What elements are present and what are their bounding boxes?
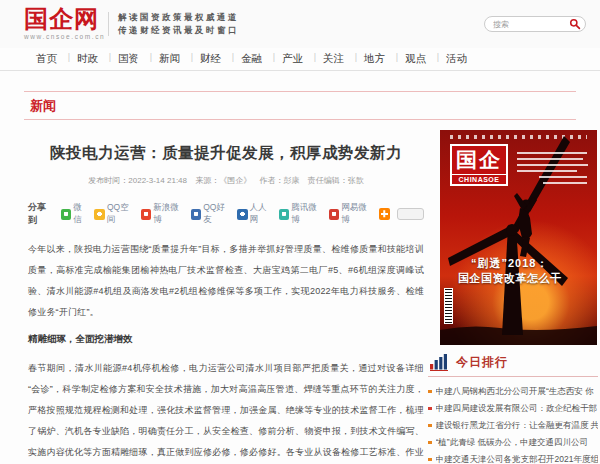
bullet-icon [428,441,432,445]
article-title: 陕投电力运营：质量提升促发展，积厚成势发新力 [28,143,424,164]
site-header: 国企网 www.cnsoe.com.cn 解读国资政策最权威通道 传递财经资讯最… [0,0,600,48]
ranking-item[interactable]: 中建四局建设发展有限公司：政企纪检干部 “ [428,400,598,417]
ranking-item[interactable]: 中建交通天津公司各党支部召开2021年度组织 [428,451,598,464]
ranking-item-text: 建设银行黑龙江省分行：让金融更有温度 共 [436,420,598,432]
header-divider [108,12,109,36]
share-label: 分享到 [28,201,54,227]
meta-source: 来源：《国企》 [195,176,251,185]
meta-author: 作者：彭康 [259,176,299,185]
nav-item-focus[interactable]: 关注 [313,52,354,66]
bar-chart-icon [430,354,450,371]
ranking-item-text: 中建四局建设发展有限公司：政企纪检干部 “ [436,403,598,415]
cover-headline-line1: “剧透”2018： [458,256,562,271]
share-renren-label: 人人网 [250,202,274,226]
cover-headline-list [517,152,589,188]
article-paragraph: 今年以来，陕投电力运营围绕“质量提升年”目标，多措并举抓好管理质量、检维修质量和… [28,239,424,323]
article-paragraph: 春节期间，清水川能源#4机停机检修，电力运营公司清水川项目部严把质量关，通过对设… [28,358,424,464]
article-subheading: 精雕细琢，全面挖潜增效 [28,333,424,346]
share-count-box[interactable] [397,208,424,220]
bullet-icon [428,458,432,462]
nav-item-local[interactable]: 地方 [354,52,395,66]
nav-item-industry[interactable]: 产业 [272,52,313,66]
site-logo-url: www.cnsoe.com.cn [24,33,105,40]
renren-icon [237,209,247,220]
cover-headline-line2: 国企国资改革怎么干 [458,271,562,286]
ranking-list: 中建八局钢构西北分公司开展“生态西安 你 中建四局建设发展有限公司：政企纪检干部… [428,383,598,464]
share-row: 分享到 微信 QQ空间 新浪微博 QQ好友 人人网 [28,201,424,227]
section-bar: 新闻 [24,91,576,120]
share-qzone-button[interactable]: QQ空间 [94,202,135,226]
share-wechat-label: 微信 [73,202,89,226]
nav-item-banking[interactable]: 金融 [231,52,272,66]
ranking-section: 今日排行 中建八局钢构西北分公司开展“生态西安 你 中建四局建设发展有限公司：政… [428,354,598,464]
magazine-logo-text: 国企 [452,148,506,172]
nav-item-news[interactable]: 新闻 [149,52,190,66]
ranking-header: 今日排行 [428,354,598,371]
share-tencent-weibo-label: 腾讯微博 [291,202,323,226]
search-box[interactable] [484,16,586,32]
netease-weibo-icon [329,209,339,220]
site-logo[interactable]: 国企网 www.cnsoe.com.cn [24,6,105,40]
ranking-title: 今日排行 [456,354,508,371]
bullet-icon [428,390,432,394]
search-button[interactable] [569,18,581,30]
main-nav: 首页 时政 国资 新闻 财经 金融 产业 关注 地方 观点 活动 [0,48,600,71]
nav-item-opinion[interactable]: 观点 [395,52,436,66]
meta-editor: 责任编辑：张歆 [308,176,364,185]
plus-icon [384,211,386,218]
nav-item-activity[interactable]: 活动 [436,52,477,66]
tagline-line1: 解读国资政策最权威通道 [118,11,239,24]
ranking-item[interactable]: 建设银行黑龙江省分行：让金融更有温度 共 [428,417,598,434]
ranking-item-text: “植”此青绿 低碳办公，中建交通四川公司 [436,437,598,449]
share-sina-weibo-label: 新浪微博 [153,202,185,226]
article: 陕投电力运营：质量提升促发展，积厚成势发新力 发布时间：2022-3-14 21… [28,128,424,464]
bullet-icon [428,407,432,411]
cover-main-headline: “剧透”2018： 国企国资改革怎么干 [458,256,562,286]
share-sina-weibo-button[interactable]: 新浪微博 [141,202,186,226]
nav-item-politics[interactable]: 时政 [67,52,108,66]
share-qq-label: QQ好友 [203,202,232,226]
tagline-line2: 传递财经资讯最及时窗口 [118,24,239,37]
nav-item-stateassets[interactable]: 国资 [108,52,149,66]
ranking-item-text: 中建八局钢构西北分公司开展“生态西安 你 [436,386,598,398]
nav-item-home[interactable]: 首页 [26,52,67,66]
magazine-logo: 国企 CHINASOE [450,144,508,186]
search-input[interactable] [493,20,569,29]
article-meta: 发布时间：2022-3-14 21:48 来源：《国企》 作者：彭康 责任编辑：… [28,175,424,186]
site-logo-text: 国企网 [24,6,105,32]
share-netease-weibo-button[interactable]: 网易微博 [329,202,374,226]
qzone-icon [94,209,104,220]
magazine-logo-subtitle: CHINASOE [452,174,506,183]
site-tagline: 解读国资政策最权威通道 传递财经资讯最及时窗口 [118,11,239,37]
meta-publish-time: 发布时间：2022-3-14 21:48 [88,176,187,185]
ranking-item-text: 中建交通天津公司各党支部召开2021年度组织 [436,454,598,464]
barcode [444,288,453,324]
share-more-button[interactable] [379,208,390,220]
ranking-divider [428,376,598,377]
share-netease-weibo-label: 网易微博 [341,202,373,226]
share-qzone-label: QQ空间 [107,202,136,226]
sidebar: 国企 CHINASOE “剧透”2018： 国企国资改革怎么干 [428,130,598,464]
bullet-icon [428,424,432,428]
section-label[interactable]: 新闻 [24,97,56,115]
nav-item-finance[interactable]: 财经 [190,52,231,66]
ranking-item[interactable]: “植”此青绿 低碳办公，中建交通四川公司 [428,434,598,451]
magazine-cover[interactable]: 国企 CHINASOE “剧透”2018： 国企国资改革怎么干 [440,130,597,345]
share-tencent-weibo-button[interactable]: 腾讯微博 [279,202,324,226]
wechat-icon [61,209,71,220]
ranking-item[interactable]: 中建八局钢构西北分公司开展“生态西安 你 [428,383,598,400]
page: 国企网 www.cnsoe.com.cn 解读国资政策最权威通道 传递财经资讯最… [0,0,600,464]
tencent-weibo-icon [279,209,289,220]
share-renren-button[interactable]: 人人网 [237,202,274,226]
share-qq-button[interactable]: QQ好友 [191,202,232,226]
share-wechat-button[interactable]: 微信 [61,202,90,226]
sina-weibo-icon [141,209,151,220]
search-icon [569,18,581,30]
qq-icon [191,209,201,220]
